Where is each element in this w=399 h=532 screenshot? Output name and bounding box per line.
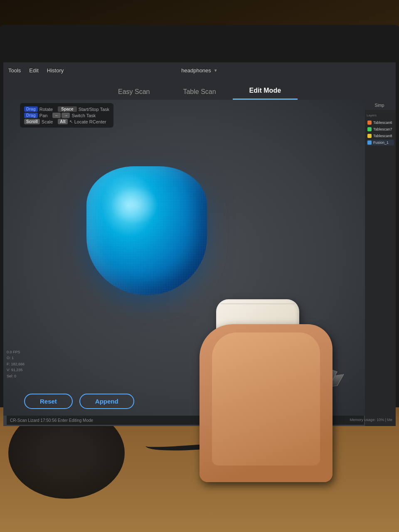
layers-title: Layers <box>367 113 394 117</box>
drag-rotate-key: Drag <box>24 106 38 112</box>
layer-name-tablescan8: Tablescan8 <box>373 134 392 138</box>
layer-name-tablescan7: Tablescan7 <box>373 127 392 131</box>
menu-history[interactable]: History <box>47 67 64 74</box>
3d-mesh-shape <box>86 166 207 295</box>
tab-table-scan[interactable]: Table Scan <box>166 84 232 100</box>
drag-pan-key: Drag <box>24 113 38 118</box>
layer-color-tablescan8 <box>367 134 372 138</box>
scale-label: Scale <box>42 119 53 124</box>
reset-button[interactable]: Reset <box>24 394 73 409</box>
layer-tablescan8[interactable]: Tablescan8 <box>367 133 394 139</box>
append-button[interactable]: Append <box>79 394 134 409</box>
tab-easy-scan[interactable]: Easy Scan <box>101 84 166 100</box>
right-arrow-key: → <box>62 113 70 118</box>
3d-viewport[interactable]: Drag Rotate Space Start/Stop Task Drag P… <box>3 100 365 416</box>
menu-bar: Tools Edit History headphones ▼ <box>3 62 396 78</box>
tab-bar: Easy Scan Table Scan Edit Mode ↩ ↪ ≡ <box>3 78 396 100</box>
menu-edit[interactable]: Edit <box>29 67 38 74</box>
project-dropdown[interactable]: headphones ▼ <box>181 67 217 74</box>
status-message: CR-Scan Lizard 17:50:56 Enter Editing Mo… <box>10 418 93 423</box>
scroll-key: Scroll <box>24 119 40 124</box>
space-key: Space <box>58 106 76 112</box>
selected-count: Sel: 0 <box>7 373 25 379</box>
switch-task-label: Switch Task <box>71 113 96 118</box>
faces-count: F: 182,666 <box>7 361 25 367</box>
startstop-label: Start/Stop Task <box>79 107 109 112</box>
layer-name-tablescan6: Tablescan6 <box>373 121 392 125</box>
rotate-label: Rotate <box>39 107 53 112</box>
layer-tablescan7[interactable]: Tablescan7 <box>367 126 394 132</box>
layer-name-fusion1: Fusion_1 <box>373 140 389 145</box>
monitor-bezel: Tools Edit History headphones ▼ Easy Sca… <box>0 25 399 407</box>
action-buttons: Reset Append <box>24 394 134 409</box>
alt-key: Alt <box>58 119 67 124</box>
layer-color-tablescan7 <box>367 127 372 131</box>
pan-label: Pan <box>39 113 48 118</box>
stats-overlay: 0.0 FPS O: 1 F: 182,666 V: 91,235 Sel: 0 <box>7 349 25 379</box>
cursor-icon: ↖ <box>69 119 73 124</box>
memory-usage: Memory usage: 10% | Me <box>350 418 392 422</box>
left-arrow-key: ← <box>52 113 61 118</box>
vertices-count: V: 91,235 <box>7 367 25 373</box>
menu-tools[interactable]: Tools <box>8 67 21 74</box>
layers-panel: Layers Tablescan6 Tablescan7 Tablescan8 … <box>365 110 396 426</box>
shortcuts-panel: Drag Rotate Space Start/Stop Task Drag P… <box>20 103 113 128</box>
fps-counter: 0.0 FPS <box>7 349 25 355</box>
project-name: headphones <box>181 67 211 74</box>
layer-tablescan6[interactable]: Tablescan6 <box>367 120 394 126</box>
layer-color-tablescan6 <box>367 121 372 125</box>
monitor-screen: Tools Edit History headphones ▼ Easy Sca… <box>3 62 396 426</box>
layer-color-fusion1 <box>367 140 372 145</box>
dropdown-arrow-icon: ▼ <box>214 68 218 73</box>
nav-cube-inner <box>313 366 337 387</box>
status-bar: CR-Scan Lizard 17:50:56 Enter Editing Mo… <box>7 416 364 425</box>
simp-label: Simp <box>375 103 386 108</box>
navigation-cube[interactable] <box>317 368 340 391</box>
objects-count: O: 1 <box>7 355 25 361</box>
tab-edit-mode[interactable]: Edit Mode <box>233 83 298 100</box>
locate-rcenter-label: Locate RCenter <box>74 119 106 124</box>
3d-object <box>86 166 207 295</box>
layer-fusion1[interactable]: Fusion_1 <box>367 140 394 145</box>
